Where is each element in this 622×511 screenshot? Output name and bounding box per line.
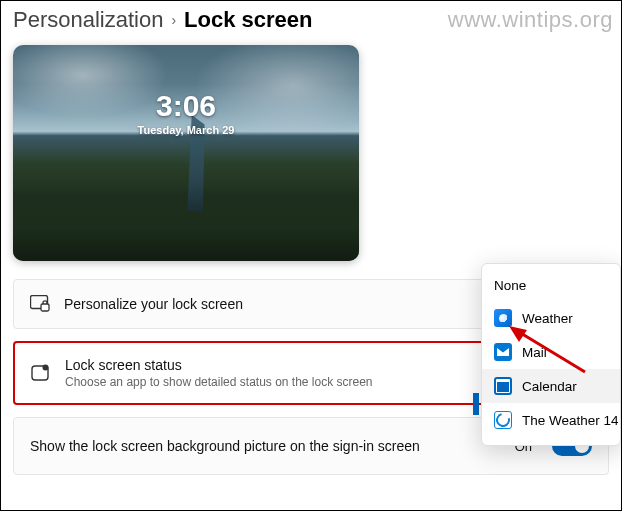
flyout-label: None bbox=[494, 278, 526, 293]
mail-icon bbox=[494, 343, 512, 361]
flyout-option-none[interactable]: None bbox=[482, 270, 620, 301]
breadcrumb-current: Lock screen bbox=[184, 7, 312, 33]
breadcrumb-parent[interactable]: Personalization bbox=[13, 7, 163, 33]
svg-rect-1 bbox=[41, 304, 49, 311]
status-badge-icon bbox=[31, 363, 51, 383]
calendar-tile-edge bbox=[473, 393, 479, 415]
svg-point-3 bbox=[43, 365, 49, 371]
preview-time: 3:06 bbox=[13, 89, 359, 123]
picture-lock-icon bbox=[30, 294, 50, 314]
lock-screen-preview: 3:06 Tuesday, March 29 bbox=[13, 45, 359, 261]
chevron-right-icon: › bbox=[171, 12, 176, 28]
flyout-option-weather[interactable]: Weather bbox=[482, 301, 620, 335]
flyout-label: The Weather 14 day bbox=[522, 413, 621, 428]
flyout-option-calendar[interactable]: Calendar bbox=[482, 369, 620, 403]
flyout-option-weather14[interactable]: The Weather 14 day bbox=[482, 403, 620, 437]
flyout-label: Calendar bbox=[522, 379, 577, 394]
preview-date: Tuesday, March 29 bbox=[13, 124, 359, 136]
flyout-label: Weather bbox=[522, 311, 573, 326]
flyout-label: Mail bbox=[522, 345, 547, 360]
weather14-icon bbox=[494, 411, 512, 429]
signin-bg-title: Show the lock screen background picture … bbox=[30, 438, 501, 454]
status-app-flyout: None Weather Mail Calendar The Weather 1… bbox=[481, 263, 621, 446]
watermark-text: www.wintips.org bbox=[448, 7, 613, 33]
flyout-option-mail[interactable]: Mail bbox=[482, 335, 620, 369]
weather-icon bbox=[494, 309, 512, 327]
calendar-icon bbox=[494, 377, 512, 395]
